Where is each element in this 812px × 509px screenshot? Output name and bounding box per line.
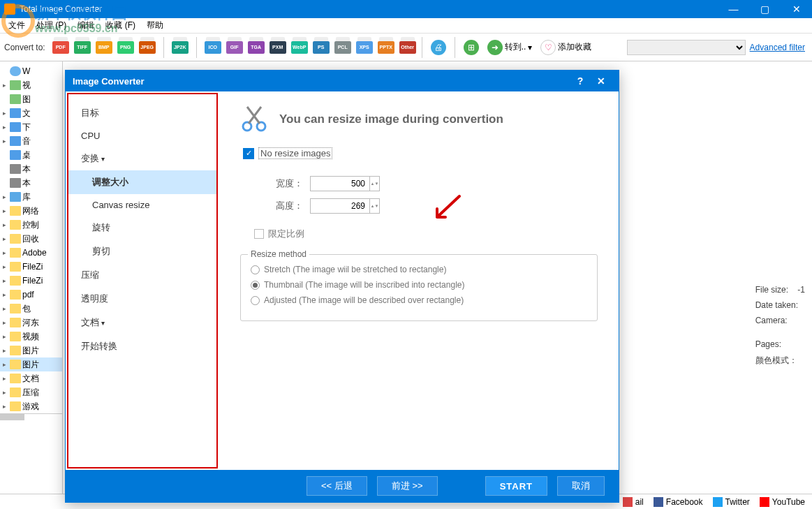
format-webp[interactable]: WebP <box>290 37 309 58</box>
goto-button[interactable]: ➜转到..▾ <box>483 38 537 57</box>
format-other[interactable]: Other <box>398 37 418 58</box>
calc-button[interactable]: ⊞ <box>459 38 483 57</box>
resize-method-radio[interactable]: Adjusted (The image will be described ov… <box>251 295 587 305</box>
minimize-button[interactable]: — <box>718 0 749 18</box>
social-facebook[interactable]: Facebook <box>654 497 703 507</box>
filter-select[interactable] <box>627 40 746 55</box>
advanced-filter-link[interactable]: Advanced filter <box>750 43 805 52</box>
format-png[interactable]: PNG <box>116 37 135 58</box>
dialog-heading: You can resize image during convertion <box>279 112 503 126</box>
tree-item[interactable]: ▸视频 <box>0 330 62 344</box>
dialog-help-button[interactable]: ? <box>570 75 591 87</box>
tree-item[interactable]: ▸FileZi <box>0 274 62 288</box>
nav-变换[interactable]: 变换 <box>68 147 216 170</box>
format-ico[interactable]: ICO <box>203 37 223 58</box>
tree-item[interactable]: 桌 <box>0 148 62 162</box>
next-button[interactable]: 前进 >> <box>377 476 438 496</box>
tree-item[interactable]: ▸图片 <box>0 357 62 371</box>
dialog-content: You can resize image during convertion ✓… <box>219 91 619 470</box>
scissors-icon <box>240 105 268 133</box>
tree-item[interactable]: 图 <box>0 92 62 106</box>
tree-item[interactable]: ▸文 <box>0 106 62 120</box>
tree-item[interactable]: ▸图片 <box>0 344 62 357</box>
nav-文档[interactable]: 文档 <box>68 311 216 334</box>
print-button[interactable]: 🖨 <box>427 38 450 57</box>
format-pdf[interactable]: PDF <box>51 37 71 58</box>
svg-line-3 <box>247 107 260 124</box>
tree-item[interactable]: ▸河东 <box>0 316 62 330</box>
tree-item[interactable]: W <box>0 64 62 78</box>
toolbar: Convert to: PDFTIFFBMPPNGJPEGJP2KICOGIFT… <box>0 34 812 61</box>
format-gif[interactable]: GIF <box>225 37 244 58</box>
nav-目标[interactable]: 目标 <box>68 101 216 125</box>
tree-item[interactable]: 本 <box>0 176 62 190</box>
lock-ratio-checkbox[interactable] <box>254 229 264 239</box>
svg-line-2 <box>249 107 261 124</box>
tree-item[interactable]: ▸压缩 <box>0 385 62 399</box>
cancel-button[interactable]: 取消 <box>557 476 605 496</box>
resize-method-radio[interactable]: Thumbnail (The image will be inscribed i… <box>251 280 587 290</box>
menubar: 文件处理 (P)编辑收藏 (F)帮助 <box>0 18 812 34</box>
width-input[interactable]: 500▲▼ <box>310 176 380 191</box>
resize-method-radio[interactable]: Stretch (The image wiil be stretched to … <box>251 265 587 274</box>
tree-item[interactable]: 本 <box>0 162 62 176</box>
tree-item[interactable]: ▸包 <box>0 302 62 316</box>
tree-item[interactable]: ▸Adobe <box>0 246 62 260</box>
tree-item[interactable]: ▸视 <box>0 78 62 92</box>
tree-h-scrollbar[interactable] <box>0 413 62 420</box>
menu-处理 (P)[interactable]: 处理 (P) <box>31 20 72 31</box>
nav-剪切[interactable]: 剪切 <box>68 239 216 263</box>
nav-Canvas resize[interactable]: Canvas resize <box>68 194 216 216</box>
menu-文件[interactable]: 文件 <box>3 20 31 31</box>
social-twitter[interactable]: Twitter <box>713 497 750 507</box>
no-resize-checkbox[interactable]: ✓ <box>243 148 254 159</box>
close-button[interactable]: ✕ <box>781 0 812 18</box>
format-pxm[interactable]: PXM <box>268 37 288 58</box>
social-youtube[interactable]: YouTube <box>760 497 805 507</box>
resize-method-group: Resize method Stretch (The image wiil be… <box>240 254 598 321</box>
dialog-close-button[interactable]: ✕ <box>591 75 612 87</box>
format-xps[interactable]: XPS <box>355 37 374 58</box>
menu-帮助[interactable]: 帮助 <box>141 20 169 31</box>
menu-收藏 (F)[interactable]: 收藏 (F) <box>100 20 141 31</box>
tree-item[interactable]: ▸FileZi <box>0 260 62 274</box>
tree-item[interactable]: ▸库 <box>0 190 62 204</box>
format-bmp[interactable]: BMP <box>94 37 114 58</box>
nav-旋转[interactable]: 旋转 <box>68 216 216 239</box>
convert-to-label: Convert to: <box>4 43 45 52</box>
nav-开始转换[interactable]: 开始转换 <box>68 334 216 358</box>
folder-tree[interactable]: W▸视图▸文▸下▸音桌本本▸库▸网络▸控制▸回收▸Adobe▸FileZi▸Fi… <box>0 61 63 494</box>
tree-item[interactable]: ▸音 <box>0 134 62 148</box>
back-button[interactable]: << 后退 <box>307 476 367 496</box>
format-tga[interactable]: TGA <box>246 37 266 58</box>
tree-item[interactable]: ▸游戏 <box>0 399 62 413</box>
format-tiff[interactable]: TIFF <box>73 37 92 58</box>
height-input[interactable]: 269▲▼ <box>310 198 380 214</box>
nav-透明度[interactable]: 透明度 <box>68 287 216 311</box>
format-jp2k[interactable]: JP2K <box>170 37 190 58</box>
maximize-button[interactable]: ▢ <box>749 0 781 18</box>
tree-item[interactable]: ▸控制 <box>0 218 62 232</box>
tree-item[interactable]: ▸回收 <box>0 232 62 246</box>
social-ail[interactable]: ail <box>623 497 644 507</box>
nav-CPU[interactable]: CPU <box>68 125 216 147</box>
width-label: 宽度： <box>268 177 303 190</box>
start-button[interactable]: START <box>485 476 547 496</box>
dialog-titlebar: Image Converter ? ✕ <box>66 71 619 91</box>
height-label: 高度： <box>268 200 303 212</box>
menu-编辑[interactable]: 编辑 <box>72 20 100 31</box>
add-favorite-button[interactable]: ♡添加收藏 <box>536 38 596 57</box>
tree-item[interactable]: ▸pdf <box>0 288 62 302</box>
tree-item[interactable]: ▸文档 <box>0 371 62 385</box>
format-jpeg[interactable]: JPEG <box>138 37 157 58</box>
nav-调整大小[interactable]: 调整大小 <box>68 170 216 194</box>
tree-item[interactable]: ▸下 <box>0 120 62 134</box>
format-pcl[interactable]: PCL <box>333 37 353 58</box>
nav-压缩[interactable]: 压缩 <box>68 263 216 287</box>
tree-item[interactable]: ▸网络 <box>0 204 62 218</box>
format-pptx[interactable]: PPTX <box>376 37 396 58</box>
image-converter-dialog: Image Converter ? ✕ 目标CPU变换调整大小Canvas re… <box>65 70 619 503</box>
format-ps[interactable]: PS <box>311 37 331 58</box>
no-resize-label: No resize images <box>258 147 332 159</box>
lock-ratio-label: 限定比例 <box>268 228 304 240</box>
